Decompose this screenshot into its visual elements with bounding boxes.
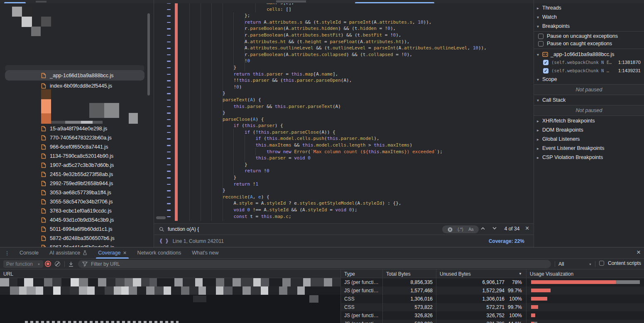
code-line[interactable]: max: s[2], bbox=[154, 3, 534, 6]
section-dom-breakpoints[interactable]: ▸DOM Breakpoints bbox=[534, 125, 644, 135]
code-line[interactable]: if (this.model.cells.push(this.parser.mo… bbox=[154, 135, 534, 142]
header-type[interactable]: Type bbox=[340, 269, 382, 278]
pause-uncaught-checkbox-row[interactable]: Pause on uncaught exceptions bbox=[534, 32, 644, 40]
code-line[interactable]: }; bbox=[154, 12, 534, 19]
close-coverage-tab-icon[interactable]: × bbox=[123, 250, 126, 256]
file-tree-item[interactable]: 1907-ad5c27c3b3b7d60b.js bbox=[0, 161, 148, 170]
code-line[interactable]: cells: [] bbox=[154, 6, 534, 13]
file-tree-item[interactable]: 4045-93d1c0b9d354c3b9.js bbox=[0, 215, 148, 225]
code-line[interactable]: A.attributes.outlineLevel && (t.outlineL… bbox=[154, 45, 534, 51]
code-line[interactable]: A.style = A.styleId ? e.styles.getStyleM… bbox=[154, 200, 534, 207]
file-tree-item[interactable]: index-6b09fcdd8e2f5445.js bbox=[0, 81, 148, 91]
clear-search-icon[interactable] bbox=[448, 227, 453, 232]
code-line[interactable]: parseClose(A) { bbox=[154, 116, 534, 123]
file-tree-item[interactable]: 2451-9e32b55d273f58ab.js bbox=[0, 170, 148, 179]
drawer-menu-icon[interactable]: ⋮ bbox=[0, 250, 14, 256]
section-threads[interactable]: ▸Threads bbox=[534, 3, 644, 12]
code-line[interactable]: } bbox=[154, 64, 534, 71]
coverage-scope-select[interactable]: Per function▼ bbox=[3, 260, 43, 268]
checkbox-checked[interactable]: ✓ bbox=[543, 60, 549, 65]
section-csp-violation-breakpoints[interactable]: ▸CSP Violation Breakpoints bbox=[534, 153, 644, 162]
code-viewport[interactable]: max: s[2], cells: [] }; return A.attribu… bbox=[154, 3, 534, 221]
navigator-scrollbar[interactable] bbox=[147, 13, 150, 95]
code-line[interactable]: if (!this.parser.parseClose(A)) { bbox=[154, 129, 534, 136]
section-event-listener-breakpoints[interactable]: ▸Event Listener Breakpoints bbox=[534, 144, 644, 153]
file-tree-item[interactable]: 3053-ae68c57739ba1ff4.js bbox=[0, 188, 148, 197]
code-line[interactable]: this.maxItems && this.model.cells.length… bbox=[154, 142, 534, 149]
filter-by-url-input[interactable]: Filter by URL bbox=[78, 260, 551, 268]
section-global-listeners[interactable]: ▸Global Listeners bbox=[534, 135, 644, 144]
code-line[interactable]: } bbox=[154, 110, 534, 116]
clear-coverage-icon[interactable] bbox=[55, 261, 60, 267]
pretty-print-icon[interactable]: { } bbox=[159, 238, 169, 244]
code-line[interactable]: return A.attributes.s && (t.styleId = pa… bbox=[154, 19, 534, 26]
editor-search-bar[interactable]: function o(A) { (.*) Aa 4 of 34 × bbox=[154, 223, 534, 235]
code-line[interactable]: this.parser && this.parser.parseText(A) bbox=[154, 103, 534, 110]
code-line[interactable]: } bbox=[154, 174, 534, 181]
code-line[interactable]: return this.parser = this.map[A.name], bbox=[154, 71, 534, 78]
stop-recording-button[interactable] bbox=[45, 261, 51, 267]
code-line[interactable]: !!this.parser && (this.parser.parseOpen(… bbox=[154, 77, 534, 84]
code-line[interactable]: parseText(A) { bbox=[154, 97, 534, 103]
checkbox-unchecked[interactable] bbox=[538, 34, 544, 39]
type-filter-select[interactable]: All▼ bbox=[558, 260, 592, 268]
pause-caught-checkbox-row[interactable]: Pause on caught exceptions bbox=[534, 40, 644, 47]
tab-network-conditions[interactable]: Network conditions bbox=[132, 247, 187, 259]
code-line[interactable]: r.parseBoolean(A.attributes.collapsed) &… bbox=[154, 51, 534, 58]
close-search-icon[interactable]: × bbox=[525, 225, 529, 232]
code-line[interactable]: if (this.parser) { bbox=[154, 122, 534, 129]
previous-match-icon[interactable] bbox=[480, 227, 485, 230]
header-total-bytes[interactable]: Total Bytes bbox=[382, 269, 436, 278]
code-line[interactable]: !0 bbox=[154, 58, 534, 64]
file-tree-item[interactable]: 2992-759ed9bf2658b944.js bbox=[0, 179, 148, 188]
code-line[interactable]: return !0 bbox=[154, 168, 534, 174]
code-line[interactable]: } bbox=[154, 90, 534, 97]
tab-console[interactable]: Console bbox=[14, 247, 44, 259]
breakpoint-file-group[interactable]: ▾ _app-1c66d1ba9a888bcc.js bbox=[534, 50, 644, 59]
code-line[interactable]: reconcile(A, e) { bbox=[154, 194, 534, 201]
checkbox-checked[interactable]: ✓ bbox=[543, 68, 549, 73]
tab-whats-new[interactable]: What's new bbox=[186, 247, 224, 259]
code-line[interactable]: void 0 !== A.styleId && (A.styleId = voi… bbox=[154, 207, 534, 213]
coverage-table-row[interactable]: JS (per functi…1,577,4681,572,29499.7% bbox=[0, 286, 644, 295]
code-line[interactable]: throw new Error(`Max column count (${thi… bbox=[154, 149, 534, 155]
next-match-icon[interactable] bbox=[492, 227, 497, 230]
content-scripts-checkbox-row[interactable]: Content scripts bbox=[599, 260, 641, 266]
search-query[interactable]: function o(A) { bbox=[168, 226, 199, 232]
regex-toggle[interactable]: (.*) bbox=[458, 227, 463, 232]
coverage-table-row[interactable]: JS (per functi…502,908221,78644.1% bbox=[0, 320, 644, 323]
code-lines[interactable]: max: s[2], cells: [] }; return A.attribu… bbox=[154, 3, 534, 220]
code-line[interactable]: !0) bbox=[154, 84, 534, 91]
section-call-stack[interactable]: ▾Call Stack bbox=[534, 95, 644, 105]
file-tree-item[interactable]: 5011-6994a6f9b60dd1c1.js bbox=[0, 225, 148, 234]
code-line[interactable]: const t = this.map.c; bbox=[154, 213, 534, 220]
export-download-icon[interactable] bbox=[68, 261, 74, 267]
tab-coverage[interactable]: Coverage× bbox=[93, 247, 132, 259]
coverage-percentage-link[interactable]: Coverage: 22% bbox=[489, 238, 524, 244]
code-line[interactable]: r.parseBoolean(A.attributes.hidden) && (… bbox=[154, 25, 534, 32]
code-line[interactable]: } bbox=[154, 187, 534, 194]
code-line[interactable]: A.attributes.ht && (t.height = parseFloa… bbox=[154, 39, 534, 45]
file-tree-item[interactable]: 3055-58c5470e34b2f706.js bbox=[0, 197, 148, 206]
code-line[interactable]: return !1 bbox=[154, 181, 534, 188]
section-xhr-fetch-breakpoints[interactable]: ▸XHR/fetch Breakpoints bbox=[534, 116, 644, 125]
file-tree-item[interactable]: 5967-96cd41dd5b0ede06.js bbox=[0, 243, 148, 247]
file-tree-item[interactable]: 15-a9a48f7944e0e298.js bbox=[0, 124, 148, 133]
code-line[interactable]: this.parser = void 0 bbox=[154, 155, 534, 162]
code-line[interactable]: r.parseBoolean(A.attributes.bestFit) && … bbox=[154, 32, 534, 39]
section-scope[interactable]: ▾Scope bbox=[534, 75, 644, 84]
tab-ai-assistance[interactable]: AI assistance bbox=[44, 247, 93, 259]
section-watch[interactable]: ▾Watch bbox=[534, 12, 644, 22]
coverage-table-row[interactable]: JS (per functi…8,856,3356,906,17778% bbox=[0, 278, 644, 286]
breakpoint-entry[interactable]: ✓(self.webpackChunk_N_E…1:1381870 bbox=[534, 58, 644, 66]
editor-horizontal-scrollbar[interactable] bbox=[156, 216, 166, 219]
coverage-table-row[interactable]: JS (per functi…326,826326,752100% bbox=[0, 311, 644, 320]
match-case-toggle[interactable]: Aa bbox=[468, 227, 473, 232]
checkbox-unchecked[interactable] bbox=[599, 261, 604, 266]
checkbox-unchecked[interactable] bbox=[538, 41, 544, 46]
file-tree-item[interactable]: 966-6cef0f650c8a7441.js bbox=[0, 142, 148, 152]
breakpoint-entry[interactable]: ✓(self.webpackChunk_N_…1:1439231 bbox=[534, 66, 644, 75]
coverage-table-row[interactable]: CSS1,306,0161,306,016100% bbox=[0, 295, 644, 303]
file-tree-item[interactable]: 1134-7590ca8c52014b90.js bbox=[0, 152, 148, 161]
file-tree-item[interactable]: 5872-d6248ba3506507b6.js bbox=[0, 234, 148, 243]
